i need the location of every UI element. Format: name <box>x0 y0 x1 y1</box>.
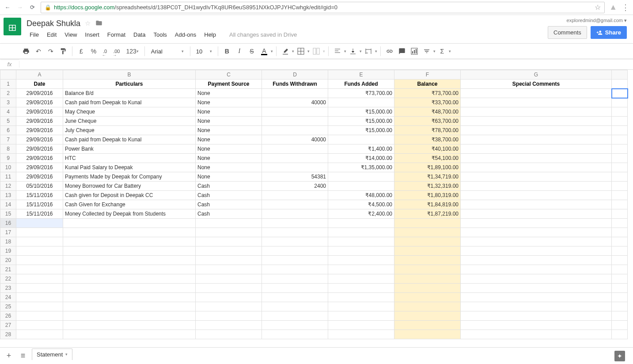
cell[interactable] <box>63 302 196 311</box>
cell[interactable]: 29/09/2016 <box>16 107 63 117</box>
cell[interactable] <box>461 154 612 163</box>
document-title[interactable]: Deepak Shukla <box>27 19 80 28</box>
cell[interactable] <box>394 228 461 237</box>
menu-edit[interactable]: Edit <box>44 30 60 39</box>
cell[interactable] <box>196 265 262 274</box>
cell[interactable] <box>328 246 394 256</box>
increase-decimal-button[interactable]: .00→ <box>110 46 122 57</box>
fill-color-chevron[interactable]: ▾ <box>292 49 294 53</box>
cell[interactable]: ₹15,000.00 <box>328 107 394 117</box>
cell[interactable] <box>328 135 394 144</box>
cell[interactable]: ₹1,80,319.00 <box>394 191 461 200</box>
cell[interactable] <box>328 172 394 182</box>
cell[interactable] <box>63 219 196 228</box>
cell[interactable] <box>262 284 328 293</box>
cell[interactable] <box>63 284 196 293</box>
cell[interactable]: 29/09/2016 <box>16 144 63 154</box>
cell[interactable] <box>16 293 63 302</box>
cell[interactable]: None <box>196 117 262 126</box>
forward-icon[interactable]: → <box>16 4 24 11</box>
strikethrough-button[interactable]: S <box>246 46 258 57</box>
reload-icon[interactable]: ⟳ <box>28 4 36 11</box>
cell[interactable] <box>461 274 612 284</box>
cell[interactable] <box>394 265 461 274</box>
cell[interactable] <box>328 182 394 191</box>
cell[interactable]: Cash Given for Exchange <box>63 200 196 209</box>
filter-button[interactable] <box>421 46 432 57</box>
more-formats-button[interactable]: 123▾ <box>123 46 141 57</box>
move-folder-icon[interactable] <box>95 19 103 28</box>
cell[interactable] <box>16 284 63 293</box>
cell[interactable]: 29/09/2016 <box>16 89 63 98</box>
h-align-chevron[interactable]: ▾ <box>344 49 346 53</box>
cell[interactable] <box>461 246 612 256</box>
bold-button[interactable]: B <box>221 46 233 57</box>
cell[interactable]: Money Borrowed for Car Battery <box>63 182 196 191</box>
cell[interactable]: Kunal Paid Salary to Deepak <box>63 163 196 172</box>
cell[interactable] <box>196 321 262 330</box>
cell[interactable]: ₹1,35,000.00 <box>328 163 394 172</box>
cell[interactable]: ₹33,700.00 <box>394 98 461 107</box>
cell[interactable]: None <box>196 98 262 107</box>
functions-button[interactable]: Σ <box>436 46 448 57</box>
insert-chart-button[interactable] <box>409 46 420 57</box>
cell[interactable]: ₹73,700.00 <box>394 89 461 98</box>
cell[interactable]: ₹1,89,100.00 <box>394 163 461 172</box>
cell[interactable]: Cash <box>196 200 262 209</box>
cell[interactable] <box>16 302 63 311</box>
cell[interactable] <box>394 274 461 284</box>
row-header[interactable]: 14 <box>0 200 16 209</box>
cell[interactable] <box>262 228 328 237</box>
cell[interactable] <box>461 163 612 172</box>
font-size-select[interactable]: 10▾ <box>193 46 215 57</box>
cell[interactable]: None <box>196 163 262 172</box>
row-header[interactable]: 5 <box>0 117 16 126</box>
cell[interactable]: 40000 <box>262 98 328 107</box>
vertical-align-button[interactable] <box>347 46 359 57</box>
col-header-D[interactable]: D <box>262 70 328 80</box>
cell[interactable]: 15/11/2016 <box>16 209 63 219</box>
cell[interactable] <box>461 98 612 107</box>
col-header-B[interactable]: B <box>63 70 196 80</box>
cell[interactable]: ₹2,400.00 <box>328 209 394 219</box>
text-color-button[interactable]: A <box>258 46 270 57</box>
cell[interactable]: 40000 <box>262 135 328 144</box>
cell[interactable] <box>461 256 612 265</box>
user-email[interactable]: exploredmind@gmail.com ▾ <box>567 18 627 23</box>
cell[interactable] <box>262 293 328 302</box>
filter-chevron[interactable]: ▾ <box>433 49 436 53</box>
format-percent-button[interactable]: % <box>88 46 99 57</box>
cell[interactable] <box>328 274 394 284</box>
cell[interactable] <box>196 246 262 256</box>
cell[interactable] <box>262 246 328 256</box>
cell[interactable]: ₹48,000.00 <box>328 191 394 200</box>
col-header-A[interactable]: A <box>16 70 63 80</box>
cell[interactable] <box>461 330 612 339</box>
cell[interactable] <box>262 302 328 311</box>
cell[interactable] <box>461 144 612 154</box>
bookmark-star-icon[interactable]: ☆ <box>595 3 601 11</box>
cell[interactable] <box>461 191 612 200</box>
cell[interactable] <box>262 89 328 98</box>
cell[interactable] <box>63 265 196 274</box>
col-header-E[interactable]: E <box>328 70 394 80</box>
cell[interactable] <box>196 256 262 265</box>
cell[interactable] <box>461 172 612 182</box>
cell[interactable] <box>461 135 612 144</box>
row-header[interactable]: 2 <box>0 89 16 98</box>
cell[interactable] <box>262 256 328 265</box>
cell[interactable]: None <box>196 135 262 144</box>
menu-format[interactable]: Format <box>104 30 129 39</box>
cell[interactable]: ₹1,400.00 <box>328 144 394 154</box>
star-doc-icon[interactable]: ☆ <box>85 19 91 27</box>
cell[interactable]: July Cheque <box>63 126 196 135</box>
cell[interactable] <box>196 219 262 228</box>
cell[interactable] <box>16 265 63 274</box>
cell[interactable]: Money Collected by Deepak from Students <box>63 209 196 219</box>
horizontal-align-button[interactable] <box>332 46 343 57</box>
cell[interactable]: 29/09/2016 <box>16 126 63 135</box>
undo-icon[interactable]: ↶ <box>33 46 44 57</box>
menu-file[interactable]: File <box>27 30 42 39</box>
cell[interactable] <box>196 274 262 284</box>
row-header[interactable]: 27 <box>0 321 16 330</box>
